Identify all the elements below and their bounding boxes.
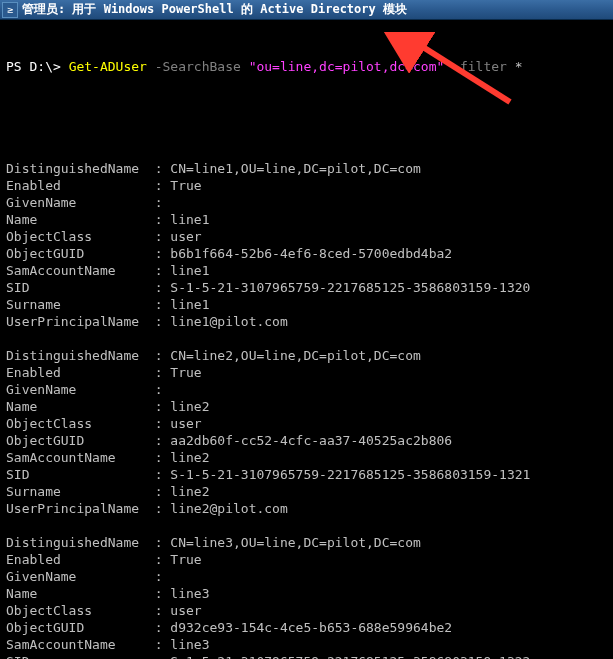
field-value: S-1-5-21-3107965759-2217685125-358680315… [163, 654, 531, 659]
field-label: SID : [6, 280, 163, 295]
field-row: DistinguishedName : CN=line3,OU=line,DC=… [6, 534, 607, 551]
field-row: ObjectGUID : d932ce93-154c-4ce5-b653-688… [6, 619, 607, 636]
field-row: Name : line2 [6, 398, 607, 415]
field-row: SamAccountName : line2 [6, 449, 607, 466]
field-label: SID : [6, 467, 163, 482]
user-record: DistinguishedName : CN=line3,OU=line,DC=… [6, 534, 607, 659]
field-label: ObjectGUID : [6, 246, 163, 261]
field-row: SID : S-1-5-21-3107965759-2217685125-358… [6, 653, 607, 659]
field-label: SamAccountName : [6, 637, 163, 652]
field-label: SID : [6, 654, 163, 659]
field-row: SID : S-1-5-21-3107965759-2217685125-358… [6, 279, 607, 296]
field-value: S-1-5-21-3107965759-2217685125-358680315… [163, 280, 531, 295]
field-value: aa2db60f-cc52-4cfc-aa37-40525ac2b806 [163, 433, 453, 448]
field-row: Surname : line1 [6, 296, 607, 313]
field-label: Name : [6, 212, 163, 227]
field-row: ObjectGUID : b6b1f664-52b6-4ef6-8ced-570… [6, 245, 607, 262]
field-label: Enabled : [6, 178, 163, 193]
field-row: GivenName : [6, 568, 607, 585]
prompt-path: PS D:\> [6, 59, 69, 74]
field-row: Enabled : True [6, 364, 607, 381]
field-value: d932ce93-154c-4ce5-b653-688e59964be2 [163, 620, 453, 635]
field-label: ObjectClass : [6, 229, 163, 244]
field-value: S-1-5-21-3107965759-2217685125-358680315… [163, 467, 531, 482]
field-label: DistinguishedName : [6, 161, 163, 176]
field-value: line2 [163, 450, 210, 465]
field-label: Name : [6, 586, 163, 601]
field-label: SamAccountName : [6, 450, 163, 465]
field-label: Name : [6, 399, 163, 414]
field-value: line2@pilot.com [163, 501, 288, 516]
field-value: line1 [163, 263, 210, 278]
arg-filter: * [515, 59, 523, 74]
cmdlet-name: Get-ADUser [69, 59, 155, 74]
field-label: DistinguishedName : [6, 535, 163, 550]
command-line: PS D:\> Get-ADUser -SearchBase "ou=line,… [6, 58, 607, 75]
param-searchbase: -SearchBase [155, 59, 249, 74]
annotation-arrow-icon [380, 32, 530, 122]
field-value: user [163, 229, 202, 244]
field-row: SamAccountName : line1 [6, 262, 607, 279]
field-value: CN=line2,OU=line,DC=pilot,DC=com [163, 348, 421, 363]
field-row: ObjectGUID : aa2db60f-cc52-4cfc-aa37-405… [6, 432, 607, 449]
field-value: user [163, 416, 202, 431]
powershell-icon: ≥ [2, 2, 18, 18]
field-label: UserPrincipalName : [6, 314, 163, 329]
field-label: Enabled : [6, 365, 163, 380]
user-record: DistinguishedName : CN=line1,OU=line,DC=… [6, 160, 607, 330]
field-label: UserPrincipalName : [6, 501, 163, 516]
field-row: DistinguishedName : CN=line2,OU=line,DC=… [6, 347, 607, 364]
param-filter: -filter [452, 59, 515, 74]
field-row: Name : line3 [6, 585, 607, 602]
output-records: DistinguishedName : CN=line1,OU=line,DC=… [6, 160, 607, 659]
field-row: Name : line1 [6, 211, 607, 228]
terminal-area[interactable]: PS D:\> Get-ADUser -SearchBase "ou=line,… [0, 20, 613, 659]
field-label: GivenName : [6, 195, 163, 210]
field-value: line1 [163, 297, 210, 312]
field-row: GivenName : [6, 381, 607, 398]
field-label: ObjectClass : [6, 416, 163, 431]
field-label: Surname : [6, 484, 163, 499]
field-row: DistinguishedName : CN=line1,OU=line,DC=… [6, 160, 607, 177]
field-row: UserPrincipalName : line1@pilot.com [6, 313, 607, 330]
field-row: ObjectClass : user [6, 415, 607, 432]
field-label: ObjectClass : [6, 603, 163, 618]
field-value: line1 [163, 212, 210, 227]
field-value: line2 [163, 399, 210, 414]
arg-searchbase: "ou=line,dc=pilot,dc=com" [249, 59, 453, 74]
field-row: ObjectClass : user [6, 602, 607, 619]
field-label: Surname : [6, 297, 163, 312]
field-label: DistinguishedName : [6, 348, 163, 363]
field-value: line2 [163, 484, 210, 499]
field-value: True [163, 178, 202, 193]
field-value: line1@pilot.com [163, 314, 288, 329]
field-label: ObjectGUID : [6, 620, 163, 635]
field-row: GivenName : [6, 194, 607, 211]
field-row: SID : S-1-5-21-3107965759-2217685125-358… [6, 466, 607, 483]
field-row: ObjectClass : user [6, 228, 607, 245]
field-label: GivenName : [6, 569, 163, 584]
field-value: b6b1f664-52b6-4ef6-8ced-5700edbd4ba2 [163, 246, 453, 261]
field-value: line3 [163, 637, 210, 652]
field-row: Enabled : True [6, 177, 607, 194]
field-value: CN=line3,OU=line,DC=pilot,DC=com [163, 535, 421, 550]
field-value: True [163, 365, 202, 380]
field-value: True [163, 552, 202, 567]
field-row: SamAccountName : line3 [6, 636, 607, 653]
field-row: Surname : line2 [6, 483, 607, 500]
window-title: 管理员: 用于 Windows PowerShell 的 Active Dire… [22, 1, 407, 18]
field-label: GivenName : [6, 382, 163, 397]
user-record: DistinguishedName : CN=line2,OU=line,DC=… [6, 347, 607, 517]
field-row: UserPrincipalName : line2@pilot.com [6, 500, 607, 517]
field-label: Enabled : [6, 552, 163, 567]
field-label: ObjectGUID : [6, 433, 163, 448]
window-titlebar[interactable]: ≥ 管理员: 用于 Windows PowerShell 的 Active Di… [0, 0, 613, 20]
field-value: line3 [163, 586, 210, 601]
field-value: user [163, 603, 202, 618]
field-label: SamAccountName : [6, 263, 163, 278]
field-row: Enabled : True [6, 551, 607, 568]
field-value: CN=line1,OU=line,DC=pilot,DC=com [163, 161, 421, 176]
